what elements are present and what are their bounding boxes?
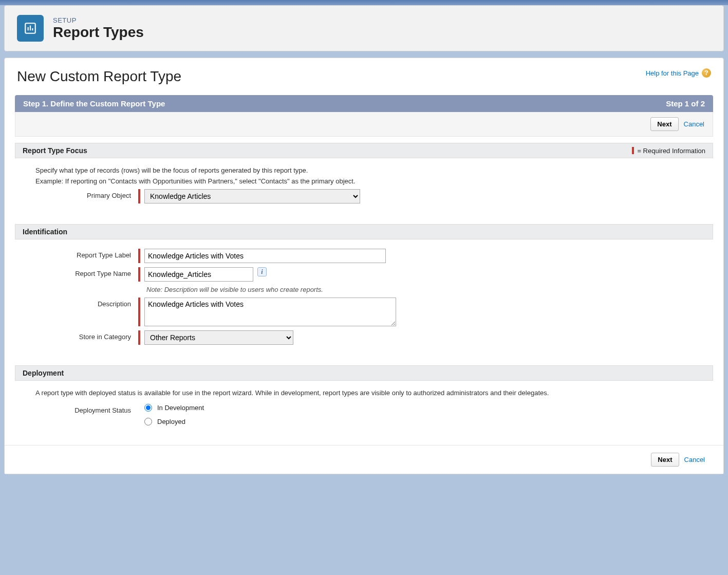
store-category-label: Store in Category (35, 330, 138, 341)
main-panel: New Custom Report Type Help for this Pag… (4, 58, 724, 474)
deployment-status-label: Deployment Status (35, 404, 138, 414)
section-header-focus: Report Type Focus = Required Information (15, 143, 713, 158)
next-button[interactable]: Next (651, 453, 679, 467)
step-title: Step 1. Define the Custom Report Type (23, 99, 165, 108)
info-icon[interactable]: i (257, 267, 267, 276)
required-bar-icon (138, 189, 140, 203)
deployment-radio-development[interactable] (144, 404, 152, 412)
deployment-heading: Deployment (23, 369, 64, 377)
description-textarea[interactable] (144, 298, 396, 326)
cancel-button[interactable]: Cancel (684, 120, 704, 128)
cancel-button[interactable]: Cancel (684, 456, 705, 463)
focus-desc-2: Example: If reporting on "Contacts with … (35, 177, 693, 185)
required-bar-icon (138, 249, 140, 263)
step-progress: Step 1 of 2 (666, 99, 705, 108)
deployment-desc: A report type with deployed status is av… (35, 389, 693, 397)
deployment-radio-deployed[interactable] (144, 418, 152, 425)
step-bar: Step 1. Define the Custom Report Type St… (15, 95, 713, 112)
section-header-identification: Identification (15, 224, 713, 239)
description-label: Description (35, 298, 138, 308)
action-bar-top: Next Cancel (15, 112, 713, 137)
deployment-option-development[interactable]: In Development (144, 404, 204, 412)
focus-desc-1: Specify what type of records (rows) will… (35, 166, 693, 174)
action-bar-bottom: Next Cancel (5, 445, 723, 474)
required-legend: = Required Information (632, 147, 705, 155)
setup-title: Report Types (53, 24, 144, 41)
primary-object-select[interactable]: Knowledge Articles (144, 189, 360, 203)
next-button[interactable]: Next (650, 117, 678, 131)
required-bar-icon (138, 330, 140, 345)
primary-object-label: Primary Object (35, 189, 138, 199)
report-type-name-input[interactable] (144, 267, 253, 282)
setup-eyebrow: SETUP (53, 16, 144, 24)
required-bar-icon (138, 267, 140, 282)
focus-heading: Report Type Focus (23, 146, 87, 155)
report-type-name-label: Report Type Name (35, 267, 138, 277)
section-header-deployment: Deployment (15, 365, 713, 381)
help-link[interactable]: Help for this Page ? (646, 68, 711, 78)
required-bar-icon (632, 147, 634, 154)
report-type-label-input[interactable] (144, 249, 386, 263)
store-category-select[interactable]: Other Reports (144, 330, 293, 345)
identification-heading: Identification (23, 228, 67, 236)
description-note: Note: Description will be visible to use… (146, 286, 693, 293)
help-icon: ? (702, 68, 711, 78)
report-type-icon (17, 15, 44, 42)
help-link-label: Help for this Page (646, 69, 699, 77)
report-type-label-label: Report Type Label (35, 249, 138, 259)
deployment-option-deployed[interactable]: Deployed (144, 418, 204, 425)
page-title: New Custom Report Type (17, 68, 181, 85)
setup-header: SETUP Report Types (4, 5, 724, 51)
required-bar-icon (138, 298, 140, 326)
